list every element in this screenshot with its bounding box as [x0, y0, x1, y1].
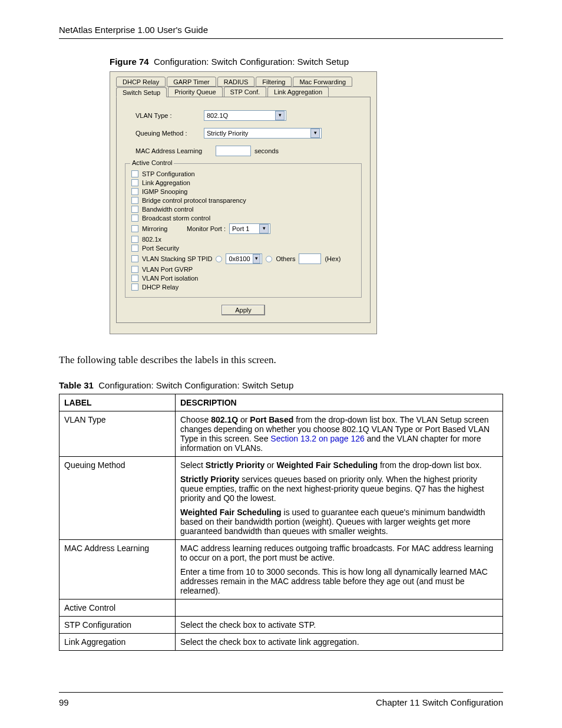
row-desc-queuing: Select Strictly Priority or Weighted Fai… [176, 457, 503, 540]
vlan-type-select[interactable]: 802.1Q ▾ [204, 110, 286, 121]
sp-tpid-select[interactable]: 0x8100 ▾ [226, 253, 262, 264]
page-number: 99 [59, 697, 69, 707]
tab-link-aggregation[interactable]: Link Aggregation [267, 87, 329, 97]
cross-reference-link[interactable]: Section 13.2 on page 126 [270, 434, 365, 443]
row-label-queuing: Queuing Method [59, 457, 176, 540]
igmp-snooping-checkbox[interactable] [131, 188, 138, 195]
table-label: Table 31 [59, 380, 94, 390]
text-bold: Weighted Fair Scheduling [276, 460, 378, 470]
bridge-transparency-checkbox[interactable] [131, 197, 138, 204]
queuing-method-select[interactable]: Strictly Priority ▾ [204, 128, 322, 139]
tab-radius[interactable]: RADIUS [217, 77, 255, 87]
table-header-row: LABEL DESCRIPTION [59, 394, 503, 411]
chevron-down-icon: ▾ [253, 254, 261, 263]
text: Enter a time from 10 to 3000 seconds. Th… [180, 567, 498, 595]
table-row: Active Control [59, 599, 503, 617]
table-caption: Table 31 Configuration: Switch Configura… [59, 380, 503, 390]
chevron-down-icon: ▾ [259, 224, 269, 233]
text-bold: Port Based [250, 415, 293, 424]
mac-learning-label: MAC Address Learning [135, 147, 212, 154]
text: Choose [180, 415, 211, 424]
text: or [265, 460, 276, 470]
mirroring-checkbox[interactable] [131, 225, 138, 232]
stp-configuration-label: STP Configuration [142, 170, 195, 177]
port-security-label: Port Security [142, 245, 179, 252]
vlan-type-value: 802.1Q [207, 112, 228, 119]
text-bold: Weighted Fair Scheduling [180, 508, 282, 517]
dialog-tabs: DHCP Relay GARP Timer RADIUS Filtering M… [116, 77, 371, 323]
vlan-port-gvrp-label: VLAN Port GVRP [142, 266, 193, 273]
text: from the drop-down list box. [378, 460, 482, 470]
row-desc-vlan-type: Choose 802.1Q or Port Based from the dro… [176, 411, 503, 457]
active-control-group: Active Control STP Configuration Link Ag… [125, 163, 362, 298]
row-label-active-control: Active Control [59, 599, 176, 617]
chevron-down-icon: ▾ [275, 111, 285, 120]
table-header-label: LABEL [59, 394, 176, 411]
table-row: STP Configuration Select the check box t… [59, 617, 503, 634]
vlan-port-isolation-checkbox[interactable] [131, 275, 138, 282]
dhcp-relay-checkbox[interactable] [131, 284, 138, 291]
row-label-mac: MAC Address Learning [59, 540, 176, 599]
link-aggregation-checkbox[interactable] [131, 179, 138, 186]
row-desc-link-aggregation: Select the check box to activate link ag… [176, 634, 503, 651]
figure-title: Configuration: Switch Configuration: Swi… [154, 57, 349, 67]
bandwidth-control-label: Bandwidth control [142, 206, 193, 213]
row-desc-mac: MAC address learning reduces outgoing tr… [176, 540, 503, 599]
table-row: MAC Address Learning MAC address learnin… [59, 540, 503, 599]
text-bold: Strictly Priority [206, 460, 265, 470]
others-label: Others [276, 255, 295, 262]
row-desc-active-control [176, 599, 503, 617]
tab-mac-forwarding[interactable]: Mac Forwarding [293, 77, 352, 87]
broadcast-storm-label: Broadcast storm control [142, 215, 210, 222]
chevron-down-icon: ▾ [310, 129, 320, 138]
queuing-method-value: Strictly Priority [207, 130, 248, 137]
port-security-checkbox[interactable] [131, 245, 138, 252]
vlan-type-label: VLAN Type : [135, 112, 200, 119]
figure-label: Figure 74 [110, 57, 149, 67]
tab-priority-queue[interactable]: Priority Queue [168, 87, 222, 97]
tab-switch-setup[interactable]: Switch Setup [116, 87, 167, 97]
text: MAC address learning reduces outgoing tr… [180, 543, 498, 562]
row-label-stp: STP Configuration [59, 617, 176, 634]
table-row: Link Aggregation Select the check box to… [59, 634, 503, 651]
chapter-title: Chapter 11 Switch Configuration [376, 697, 503, 707]
table-row: Queuing Method Select Strictly Priority … [59, 457, 503, 540]
tab-garp-timer[interactable]: GARP Timer [167, 77, 216, 87]
tab-stp-conf[interactable]: STP Conf. [224, 87, 267, 97]
sp-tpid-others-radio[interactable] [266, 256, 272, 262]
text-bold: 802.1Q [211, 415, 238, 424]
tab-filtering[interactable]: Filtering [256, 77, 292, 87]
monitor-port-value: Port 1 [232, 225, 249, 232]
monitor-port-select[interactable]: Port 1 ▾ [229, 223, 270, 234]
apply-button[interactable]: Apply [222, 305, 265, 315]
stp-configuration-checkbox[interactable] [131, 170, 138, 177]
link-aggregation-label: Link Aggregation [142, 179, 190, 186]
text-bold: Strictly Priority [180, 475, 239, 484]
vlan-stacking-checkbox[interactable] [131, 255, 138, 262]
igmp-snooping-label: IGMP Snooping [142, 188, 187, 195]
page-footer: 99 Chapter 11 Switch Configuration [59, 692, 503, 707]
bandwidth-control-checkbox[interactable] [131, 206, 138, 213]
switch-setup-dialog: DHCP Relay GARP Timer RADIUS Filtering M… [110, 71, 377, 334]
dialog-body: VLAN Type : 802.1Q ▾ Queuing Method : St… [116, 97, 371, 323]
sp-tpid-others-input[interactable] [299, 253, 321, 264]
hex-label: (Hex) [325, 255, 340, 262]
mirroring-label: Mirroring [142, 225, 183, 232]
vlan-stacking-label: VLAN Stacking SP TPID [142, 255, 212, 262]
tab-dhcp-relay[interactable]: DHCP Relay [116, 77, 166, 87]
monitor-port-label: Monitor Port : [187, 225, 226, 232]
table-header-description: DESCRIPTION [176, 394, 503, 411]
8021x-checkbox[interactable] [131, 236, 138, 243]
vlan-port-gvrp-checkbox[interactable] [131, 266, 138, 273]
description-table: LABEL DESCRIPTION VLAN Type Choose 802.1… [59, 394, 503, 651]
8021x-label: 802.1x [142, 236, 161, 243]
queuing-method-label: Queuing Method : [135, 130, 200, 137]
mac-learning-input[interactable] [216, 146, 251, 156]
sp-tpid-preset-radio[interactable] [216, 256, 222, 262]
broadcast-storm-checkbox[interactable] [131, 215, 138, 222]
text: or [238, 415, 250, 424]
active-control-legend: Active Control [130, 159, 174, 166]
row-desc-stp: Select the check box to activate STP. [176, 617, 503, 634]
row-label-vlan-type: VLAN Type [59, 411, 176, 457]
vlan-port-isolation-label: VLAN Port isolation [142, 275, 198, 282]
